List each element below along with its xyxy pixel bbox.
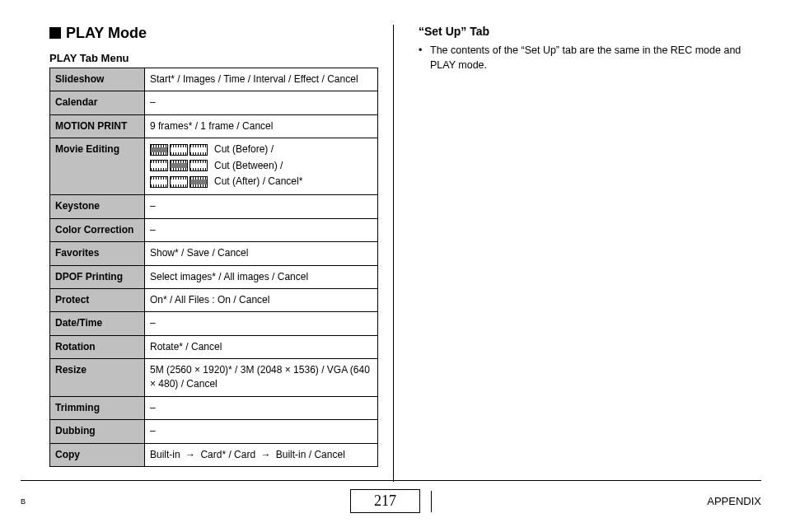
page-number: 217 (350, 489, 420, 513)
setup-tab-note: The contents of the “Set Up” tab are the… (419, 43, 761, 72)
square-bullet-icon (49, 27, 61, 39)
footer-section-label: APPENDIX (679, 495, 761, 507)
movie-cut-between-line: Cut (Between) / (150, 159, 372, 173)
left-column: PLAY Mode PLAY Tab Menu Slideshow Start*… (25, 25, 393, 482)
table-row: Keystone – (50, 195, 378, 218)
page: PLAY Mode PLAY Tab Menu Slideshow Start*… (0, 0, 786, 532)
table-row: Color Correction – (50, 218, 378, 241)
copy-part1: Built-in (150, 449, 180, 460)
table-row: Slideshow Start* / Images / Time / Inter… (50, 68, 378, 91)
row-label: Favorites (50, 242, 145, 265)
section-heading: PLAY Mode (49, 25, 378, 42)
table-row: Date/Time – (50, 312, 378, 335)
section-heading-text: PLAY Mode (66, 25, 147, 41)
arrow-right-icon: → (185, 448, 195, 462)
filmstrip-icon (150, 176, 209, 188)
table-row: Resize 5M (2560 × 1920)* / 3M (2048 × 15… (50, 359, 378, 397)
row-label: Resize (50, 359, 145, 397)
row-label: Copy (50, 443, 145, 466)
table-row: Calendar – (50, 91, 378, 114)
row-label: MOTION PRINT (50, 114, 145, 138)
footer-center: 217 (350, 489, 432, 513)
row-value-copy: Built-in → Card* / Card → Built-in / Can… (145, 443, 378, 466)
row-label: Rotation (50, 335, 145, 358)
arrow-right-icon: → (260, 448, 270, 462)
table-row: Protect On* / All Files : On / Cancel (50, 288, 378, 311)
row-label: Color Correction (50, 218, 145, 241)
footer-left-marker: B (21, 497, 103, 506)
table-row: Movie Editing Cut (Before) / (50, 138, 378, 195)
table-row: Trimming – (50, 396, 378, 419)
row-value: – (145, 218, 378, 241)
subsection-heading: PLAY Tab Menu (49, 52, 378, 64)
table-row: DPOF Printing Select images* / All image… (50, 265, 378, 288)
row-value: – (145, 195, 378, 218)
footer-row: B 217 APPENDIX (21, 489, 761, 513)
copy-part2: Card* / Card (200, 449, 255, 460)
row-label: DPOF Printing (50, 265, 145, 288)
filmstrip-icon (150, 144, 209, 156)
row-label: Keystone (50, 195, 145, 218)
play-tab-table: Slideshow Start* / Images / Time / Inter… (49, 68, 378, 467)
page-footer: B 217 APPENDIX (21, 480, 761, 513)
row-label: Date/Time (50, 312, 145, 335)
row-value: Rotate* / Cancel (145, 335, 378, 358)
right-column: “Set Up” Tab The contents of the “Set Up… (393, 25, 761, 482)
row-label: Protect (50, 288, 145, 311)
row-value: Show* / Save / Cancel (145, 242, 378, 265)
row-value: – (145, 420, 378, 443)
row-value: Select images* / All images / Cancel (145, 265, 378, 288)
row-value: On* / All Files : On / Cancel (145, 288, 378, 311)
row-value: 9 frames* / 1 frame / Cancel (145, 114, 378, 138)
row-label: Slideshow (50, 68, 145, 91)
table-row: Rotation Rotate* / Cancel (50, 335, 378, 358)
copy-part3: Built-in / Cancel (276, 449, 345, 460)
content-columns: PLAY Mode PLAY Tab Menu Slideshow Start*… (25, 25, 761, 482)
table-row: Dubbing – (50, 420, 378, 443)
table-row: MOTION PRINT 9 frames* / 1 frame / Cance… (50, 114, 378, 138)
row-value: – (145, 312, 378, 335)
table-row: Favorites Show* / Save / Cancel (50, 242, 378, 265)
movie-cut-before-text: Cut (Before) / (214, 142, 274, 156)
footer-divider (21, 480, 761, 481)
row-value-movie-editing: Cut (Before) / Cut (Between) / (145, 138, 378, 195)
row-label: Calendar (50, 91, 145, 114)
footer-center-divider (431, 491, 432, 512)
movie-cut-after-line: Cut (After) / Cancel* (150, 175, 372, 189)
row-label: Dubbing (50, 420, 145, 443)
row-value: – (145, 396, 378, 419)
row-label: Movie Editing (50, 138, 145, 195)
movie-cut-before-line: Cut (Before) / (150, 142, 372, 156)
row-value: Start* / Images / Time / Interval / Effe… (145, 68, 378, 91)
row-value: 5M (2560 × 1920)* / 3M (2048 × 1536) / V… (145, 359, 378, 397)
row-label: Trimming (50, 396, 145, 419)
movie-cut-after-text: Cut (After) / Cancel* (214, 175, 302, 189)
row-value: – (145, 91, 378, 114)
table-row: Copy Built-in → Card* / Card → Built-in … (50, 443, 378, 466)
setup-tab-heading: “Set Up” Tab (419, 25, 761, 38)
filmstrip-icon (150, 160, 209, 171)
movie-cut-between-text: Cut (Between) / (214, 159, 283, 173)
